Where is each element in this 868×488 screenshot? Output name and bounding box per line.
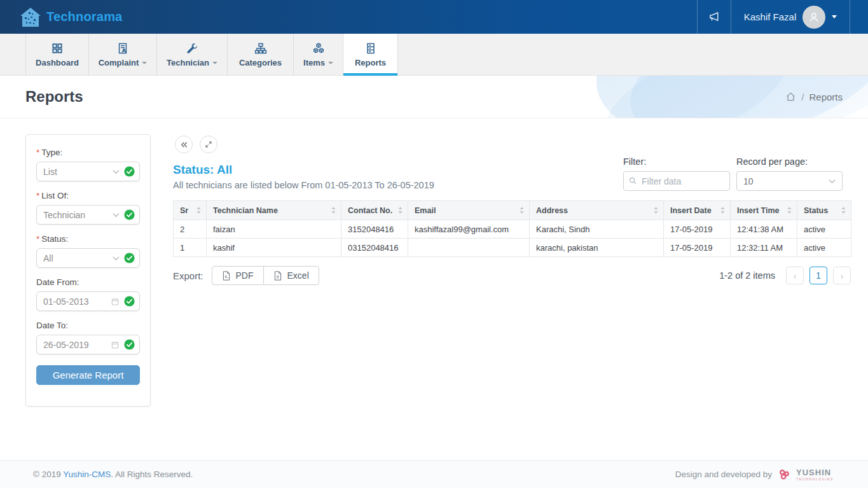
type-select[interactable]: List [36,162,140,181]
export-group: Export: PDF Excel [173,266,319,285]
avatar [803,6,825,29]
complaint-file-icon [116,42,129,55]
export-label: Export: [173,270,203,281]
nav-tab-label: Dashboard [36,58,79,67]
export-excel-button[interactable]: Excel [263,266,319,285]
prev-page-button[interactable]: ‹ [786,267,804,284]
date-from-label: Date From: [36,277,140,287]
valid-check-icon [124,296,135,307]
app-window: Technorama Kashif Fazal [0,0,868,488]
search-icon [628,176,637,185]
chevron-left-icon: ‹ [794,270,797,281]
nav-tab-label: Categories [239,58,282,67]
top-header-bar: Technorama Kashif Fazal [0,0,868,34]
list-of-label: *List Of: [36,191,140,200]
pagination: 1-2 of 2 items ‹ 1 › [719,267,851,284]
sort-icon [720,207,725,214]
chevron-down-icon [328,62,333,64]
panel-window-buttons [175,136,217,153]
wrench-icon [186,42,198,55]
cell-sr: 2 [174,220,207,239]
cell-address: karachi, pakistan [530,239,664,257]
credit-text: Design and developed by [675,470,772,479]
user-menu[interactable]: Kashif Fazal [731,0,850,34]
table-row[interactable]: 1 kashif 03152048416 karachi, pakistan 1… [174,239,851,257]
yushin-cms-link[interactable]: Yushin-CMS [63,470,111,479]
report-subtitle: All technicians are listed below From 01… [173,180,434,190]
record-per-page-value: 10 [743,176,829,186]
column-header-email[interactable]: Email [408,201,530,220]
cubes-icon [312,42,325,55]
date-to-value: 26-05-2019 [43,340,111,350]
caret-down-icon [832,15,837,18]
cell-email [408,239,530,257]
nav-tab-label: Items [303,58,325,67]
chevron-down-icon [113,169,120,174]
chevron-down-icon [113,213,120,218]
column-header-insert-date[interactable]: Insert Date [664,201,731,220]
next-page-button[interactable]: › [833,267,851,284]
column-header-insert-time[interactable]: Insert Time [731,201,797,220]
type-label: *Type: [36,148,140,157]
excel-file-icon [273,271,282,281]
chevron-right-icon: › [841,270,844,281]
cell-insert-date: 17-05-2019 [664,220,731,239]
cell-contact-no: 3152048416 [341,220,408,239]
cell-contact-no: 03152048416 [341,239,408,257]
cell-email: kashiffazal99@gmail.com [408,220,530,239]
page-1-button[interactable]: 1 [809,267,827,284]
status-label: *Status: [36,234,140,244]
sort-icon [841,207,846,214]
nav-tab-label: Technician [167,58,209,67]
brand-logo-group[interactable]: Technorama [19,6,122,28]
avatar-person-icon [807,10,821,24]
cell-insert-time: 12:41:38 AM [731,220,797,239]
brand-name: Technorama [46,10,122,24]
valid-check-icon [124,339,135,350]
nav-tab-complaint[interactable]: Complaint [89,34,157,75]
main-navbar: Dashboard Complaint Technician Categor [0,34,868,76]
nav-tab-dashboard[interactable]: Dashboard [25,34,89,75]
topbar-right-group: Kashif Fazal [697,0,868,34]
chevron-down-icon [829,179,836,184]
cell-technician-name: kashif [207,239,341,257]
pdf-file-icon [222,271,231,281]
filter-label: Filter: [623,157,730,167]
nav-tab-reports[interactable]: Reports [343,34,398,75]
column-header-sr[interactable]: Sr [174,201,207,220]
nav-tab-technician[interactable]: Technician [157,34,228,75]
date-from-input[interactable]: 01-05-2013 [36,291,140,311]
record-per-page-select[interactable]: 10 [736,171,843,191]
filter-data-input[interactable] [623,171,730,191]
list-of-select[interactable]: Technician [36,205,140,225]
sitemap-icon [254,42,267,55]
content-area: *Type: List *List Of: Technician *Status… [0,118,868,460]
date-to-label: Date To: [36,321,140,330]
credit-brand: YUSHIN TECHNOLOGIES [796,468,834,481]
home-icon[interactable] [785,92,796,102]
column-header-contact-no[interactable]: Contact No. [341,201,408,220]
fullscreen-panel-button[interactable] [200,136,217,153]
status-select[interactable]: All [36,248,140,268]
column-header-status[interactable]: Status [797,201,851,220]
column-header-address[interactable]: Address [530,201,664,220]
valid-check-icon [124,209,135,220]
sort-icon [654,207,658,214]
sort-icon [398,207,403,214]
announcement-button[interactable] [697,0,731,34]
generate-report-button[interactable]: Generate Report [36,365,140,385]
expand-arrows-icon [205,141,212,148]
megaphone-icon [708,10,721,24]
collapse-panel-button[interactable] [175,136,193,153]
valid-check-icon [124,166,135,177]
table-row[interactable]: 2 faizan 3152048416 kashiffazal99@gmail.… [174,220,851,239]
export-pdf-button[interactable]: PDF [212,266,264,285]
nav-tab-categories[interactable]: Categories [228,34,294,75]
breadcrumb-current: Reports [809,92,843,102]
column-header-technician-name[interactable]: Technician Name [207,201,341,220]
calendar-icon [111,340,120,349]
date-to-input[interactable]: 26-05-2019 [36,335,140,354]
valid-check-icon [124,253,135,263]
report-status-heading: Status: All [173,163,232,177]
nav-tab-items[interactable]: Items [294,34,343,75]
